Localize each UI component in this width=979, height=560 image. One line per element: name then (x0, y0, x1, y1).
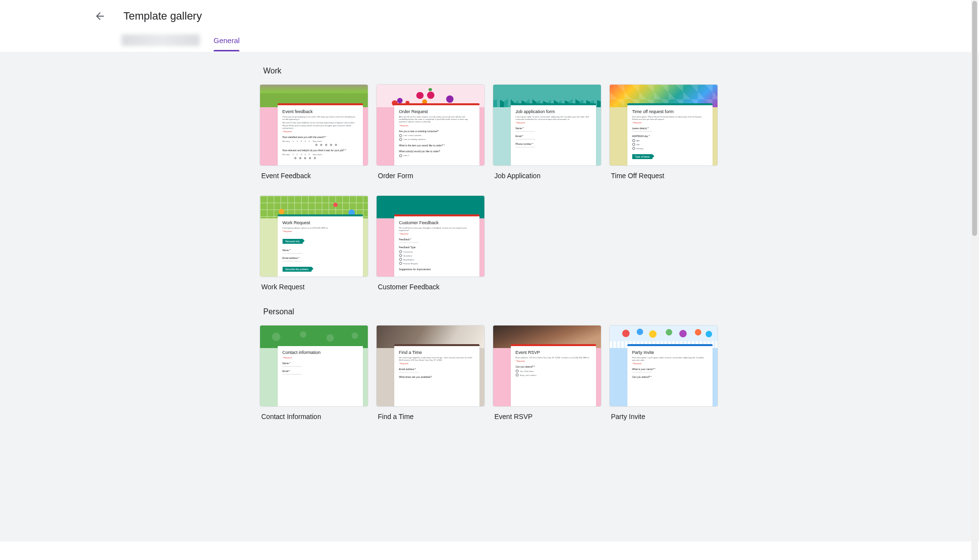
required-label: * Required (632, 362, 708, 365)
template-card[interactable]: Customer FeedbackWe would love to hear y… (376, 195, 485, 291)
required-label: * Required (399, 233, 475, 235)
template-card[interactable]: Contact information* RequiredName *Email… (260, 325, 368, 420)
thumbnail-form-preview: Party InviteForm description. Lorem ipsu… (627, 344, 713, 406)
template-thumbnail[interactable]: Work RequestIf emergency please contact … (260, 195, 368, 277)
form-title: Event RSVP (516, 350, 591, 355)
template-thumbnail[interactable]: Event feedbackThank you for participatin… (260, 84, 368, 166)
tab-organization[interactable] (121, 34, 200, 46)
thumbnail-form-preview: Job application formLorem ipsum dolor si… (511, 103, 596, 165)
form-option: Feature Request (399, 262, 475, 265)
thumbnail-form-preview: Contact information* RequiredName *Email… (278, 344, 363, 406)
form-scale-dots (294, 144, 358, 146)
required-label: * Required (632, 121, 708, 124)
template-thumbnail[interactable]: Party InviteForm description. Lorem ipsu… (609, 325, 718, 407)
form-input-line (516, 139, 535, 140)
form-question: Feedback Type (399, 246, 475, 249)
thumbnail-form-preview: Work RequestIf emergency please contact … (278, 214, 363, 277)
scrollbar[interactable] (971, 0, 978, 541)
section-tag: Describe the problem (283, 267, 312, 272)
thumbnail-form-preview: Find a TimeWe need to get together to ta… (394, 344, 479, 406)
template-card[interactable]: Work RequestIf emergency please contact … (260, 195, 368, 291)
template-thumbnail[interactable]: Contact information* RequiredName *Email… (260, 325, 368, 407)
form-input-line (399, 242, 419, 243)
template-thumbnail[interactable]: Time off request formForm description. P… (609, 84, 718, 166)
tab-general[interactable]: General (214, 31, 239, 51)
back-arrow-icon[interactable] (94, 10, 106, 22)
form-scale: Not very12345Very much (283, 140, 358, 142)
form-input-line (283, 253, 302, 254)
scrollbar-thumb[interactable] (972, 1, 977, 236)
thumbnail-form-preview: Order RequestAfter you fill out this ord… (394, 103, 479, 165)
form-field-label: Name * (283, 362, 358, 365)
section-title: Personal (260, 304, 720, 325)
form-field-label: Phone number * (516, 142, 591, 145)
form-description: Thank you for participating in our event… (283, 116, 358, 120)
form-input-line (399, 372, 419, 373)
form-description: Event address: 123 Your Street Your City… (516, 356, 591, 359)
form-field-label: Name * (516, 127, 591, 130)
form-title: Contact information (283, 350, 358, 355)
form-input-line (283, 374, 302, 374)
thumbnail-form-preview: Event feedbackThank you for participatin… (278, 103, 363, 165)
template-label: Find a Time (376, 407, 485, 420)
required-label: * Required (399, 124, 475, 127)
form-question: Are you a new or existing customer? (399, 130, 475, 133)
template-label: Event RSVP (493, 407, 601, 420)
form-option: Bug Reports (399, 258, 475, 261)
form-title: Time off request form (632, 109, 708, 114)
form-title: Find a Time (399, 350, 475, 355)
template-thumbnail[interactable]: Customer FeedbackWe would love to hear y… (376, 195, 485, 277)
form-option: Full day (632, 147, 708, 150)
template-card[interactable]: Event RSVPEvent address: 123 Your Street… (493, 325, 601, 420)
form-input-line (632, 131, 652, 132)
form-input-line (283, 261, 302, 261)
form-title: Order Request (399, 109, 475, 114)
form-field-label: Leave date(s) * (632, 127, 708, 130)
form-description: Form description. Lorem ipsum dolor sit … (632, 356, 708, 361)
template-label: Order Form (376, 166, 485, 180)
template-grid: Event feedbackThank you for participatin… (260, 84, 720, 291)
form-title: Customer Feedback (399, 220, 475, 225)
form-scale: Not very12345Very much (283, 153, 358, 156)
form-option: I am a new customer (399, 134, 475, 137)
section-personal: PersonalContact information* RequiredNam… (260, 304, 720, 420)
form-field-label: Email * (516, 135, 591, 138)
form-description: Form description. Please fill out the de… (632, 116, 708, 120)
form-scale-dots (294, 157, 358, 159)
template-card[interactable]: Job application formLorem ipsum dolor si… (493, 84, 601, 180)
section-work: WorkEvent feedbackThank you for particip… (260, 64, 720, 291)
required-label: * Required (283, 356, 358, 359)
form-input-line (283, 366, 302, 367)
form-option: Sorry, can't make it (516, 373, 591, 376)
form-field-label: Email * (283, 370, 358, 373)
thumbnail-form-preview: Time off request formForm description. P… (627, 103, 713, 165)
form-option: Questions (399, 254, 475, 257)
template-card[interactable]: Find a TimeWe need to get together to ta… (376, 325, 485, 420)
form-description: We want to hear your feedback so we can … (283, 121, 358, 129)
form-input-line (632, 372, 652, 373)
form-field-label: What is your name? * (632, 368, 708, 371)
form-option: I am an existing customer (399, 138, 475, 141)
template-card[interactable]: Order RequestAfter you fill out this ord… (376, 84, 485, 180)
form-question: Suggestions for improvement (399, 268, 475, 271)
form-option: Yes, I'll be there (516, 370, 591, 373)
form-option: color 1 (399, 154, 475, 157)
template-thumbnail[interactable]: Event RSVPEvent address: 123 Your Street… (493, 325, 601, 407)
template-card[interactable]: Time off request formForm description. P… (609, 84, 718, 180)
form-description: Lorem ipsum dolor sit amet, consectetur … (516, 116, 591, 120)
section-title: Work (260, 64, 720, 84)
template-label: Work Request (260, 277, 368, 291)
template-label: Job Application (493, 166, 601, 180)
thumbnail-form-preview: Customer FeedbackWe would love to hear y… (394, 214, 479, 277)
template-thumbnail[interactable]: Job application formLorem ipsum dolor si… (493, 84, 601, 166)
template-thumbnail[interactable]: Order RequestAfter you fill out this ord… (376, 84, 485, 166)
required-label: * Required (399, 362, 475, 365)
form-title: Work Request (283, 220, 358, 225)
template-card[interactable]: Party InviteForm description. Lorem ipsu… (609, 325, 718, 420)
form-option: AM (632, 139, 708, 142)
form-field-label: Email address * (399, 368, 475, 371)
form-option: PM (632, 143, 708, 146)
template-thumbnail[interactable]: Find a TimeWe need to get together to ta… (376, 325, 485, 407)
template-label: Event Feedback (260, 166, 368, 180)
template-card[interactable]: Event feedbackThank you for participatin… (260, 84, 368, 180)
